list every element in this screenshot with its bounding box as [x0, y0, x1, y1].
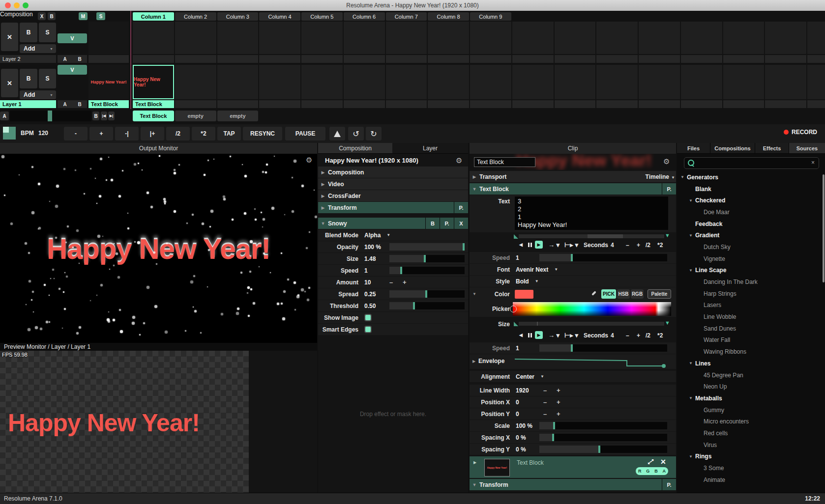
section-badge-b[interactable]: B	[425, 218, 440, 229]
clip-cell[interactable]	[512, 65, 554, 99]
param-slider-handle[interactable]	[552, 434, 554, 441]
eyedropper-icon[interactable]	[590, 290, 597, 297]
redo-icon[interactable]: ↻	[366, 127, 382, 140]
tree-item-water-fall[interactable]: Water Fall	[677, 335, 822, 346]
clip-cell-label[interactable]	[175, 100, 216, 108]
clip-cell[interactable]	[639, 22, 680, 54]
clip-cell[interactable]	[555, 22, 596, 54]
layer-ab-strip[interactable]: AB	[58, 100, 87, 108]
timeline-end-marker[interactable]: ▼	[665, 320, 670, 326]
clip-cell-label[interactable]	[807, 55, 825, 63]
layer-solo-button[interactable]: S	[39, 23, 56, 42]
clip-cell[interactable]	[681, 22, 722, 54]
direction-icon[interactable]: → ▾	[548, 332, 560, 339]
param-slider-handle[interactable]	[400, 267, 402, 274]
param-slider[interactable]	[389, 255, 465, 262]
clip-cell-label[interactable]	[765, 55, 806, 63]
duration-button-2[interactable]: /2	[646, 332, 650, 339]
column-header-6[interactable]: Column 6	[344, 12, 385, 21]
timeline-start-marker[interactable]	[514, 234, 518, 239]
scrollbar[interactable]	[823, 174, 825, 282]
param-slider-handle[interactable]	[424, 255, 426, 262]
clip-cell[interactable]	[428, 22, 469, 54]
clip-cell-label[interactable]	[217, 55, 259, 63]
color-mode-pick[interactable]: PICK	[601, 289, 616, 299]
section-expander-icon[interactable]: ▶	[470, 174, 479, 179]
clip-cell[interactable]	[301, 22, 343, 54]
section-expander-icon[interactable]: ▶	[318, 205, 328, 210]
section-badge-p[interactable]: P.	[662, 479, 676, 490]
tree-item-line-scape[interactable]: ▼Line Scape	[677, 265, 822, 277]
clip-cell[interactable]	[175, 22, 216, 54]
tree-expander-icon[interactable]: ▼	[679, 175, 686, 179]
clip-cell-label[interactable]	[596, 100, 638, 108]
duration-button-2[interactable]: *2	[657, 332, 663, 339]
transport-button-tap[interactable]: TAP	[217, 127, 241, 140]
param-slider-handle[interactable]	[425, 290, 427, 298]
stepper-plus[interactable]: +	[557, 396, 560, 408]
param-slider-handle[interactable]	[571, 254, 573, 261]
layer-name-label[interactable]: Layer 2	[0, 55, 56, 63]
playmode-icon[interactable]: ⊢▸ ▾	[564, 241, 578, 249]
tree-item-rings[interactable]: ▼Rings	[677, 451, 822, 463]
close-icon[interactable]: ✕	[660, 458, 666, 466]
param-slider-handle[interactable]	[598, 446, 600, 453]
clip-cell[interactable]	[723, 22, 765, 54]
channel-g-button[interactable]: G	[646, 469, 649, 474]
layer-video-toggle[interactable]: V	[58, 33, 87, 43]
param-slider[interactable]	[539, 254, 667, 261]
bpm-value[interactable]: 120	[38, 130, 48, 137]
clip-cell-label[interactable]	[723, 100, 765, 108]
tree-item-harp-strings[interactable]: Harp Strings	[677, 288, 822, 300]
tab-effects[interactable]: Effects	[755, 143, 789, 154]
tree-expander-icon[interactable]: ▼	[687, 198, 694, 203]
composition-close-button[interactable]: X	[38, 12, 46, 20]
param-value[interactable]: 100 %	[516, 420, 532, 431]
clip-cell[interactable]	[807, 65, 825, 99]
layer-clip-label[interactable]: Text Block	[88, 100, 129, 108]
clip-cell[interactable]	[639, 65, 680, 99]
param-checkbox[interactable]	[364, 314, 372, 321]
clip-cell-label[interactable]	[512, 55, 554, 63]
column-header-8[interactable]: Column 8	[428, 12, 469, 21]
duration-button-2[interactable]: /2	[646, 242, 650, 249]
section-text-block[interactable]: ▼Text BlockP.	[470, 183, 676, 195]
param-value[interactable]: 0 %	[516, 444, 526, 455]
section-expander-icon[interactable]: ▶	[318, 170, 328, 175]
layer-clip-preview[interactable]	[88, 22, 129, 54]
tree-item-sand-dunes[interactable]: Sand Dunes	[677, 323, 822, 335]
clip-cell-label[interactable]	[301, 55, 343, 63]
clip-cell-label[interactable]	[386, 55, 427, 63]
layer-b-label[interactable]: B	[78, 56, 81, 62]
envelope-graph[interactable]	[515, 354, 668, 369]
clip-cell[interactable]	[133, 22, 174, 54]
transport-button-resync[interactable]: RESYNC	[243, 127, 282, 140]
timeline-end-marker[interactable]: ▼	[665, 232, 670, 238]
section-expander-icon[interactable]: ▶	[318, 194, 328, 198]
transport-button-[interactable]: -|	[115, 127, 139, 140]
stepper-minus[interactable]: –	[543, 408, 547, 420]
section-badge-p[interactable]: P.	[662, 183, 676, 195]
param-slider-handle[interactable]	[553, 422, 555, 429]
tree-expander-icon[interactable]: ▼	[687, 361, 694, 365]
empty-clip-button[interactable]: empty	[217, 111, 259, 121]
channel-r-button[interactable]: R	[638, 469, 642, 474]
column-header-7[interactable]: Column 7	[386, 12, 427, 21]
clip-cell[interactable]	[301, 65, 343, 99]
clip-cell[interactable]	[344, 65, 385, 99]
color-picker-gradient[interactable]	[513, 302, 671, 316]
clip-cell[interactable]	[470, 65, 511, 99]
transport-button-2[interactable]: /2	[166, 127, 190, 140]
param-slider[interactable]	[389, 302, 465, 309]
clip-cell[interactable]	[765, 22, 806, 54]
section-expander-icon[interactable]: ▼	[470, 482, 479, 487]
tree-item-gummy[interactable]: Gummy	[677, 404, 822, 416]
section-snowy[interactable]: ▼SnowyBP.X	[318, 218, 468, 229]
param-value[interactable]: 0.25	[364, 288, 376, 300]
clip-cell[interactable]	[512, 22, 554, 54]
duration-value[interactable]: 4	[611, 242, 614, 249]
clip-cell-label[interactable]	[555, 100, 596, 108]
alignment-dropdown[interactable]: Center▼	[516, 371, 544, 382]
param-dropdown[interactable]: Alpha▼	[364, 229, 390, 241]
text-value-area[interactable]: 3 2 1 Happy New Year!	[515, 196, 668, 230]
